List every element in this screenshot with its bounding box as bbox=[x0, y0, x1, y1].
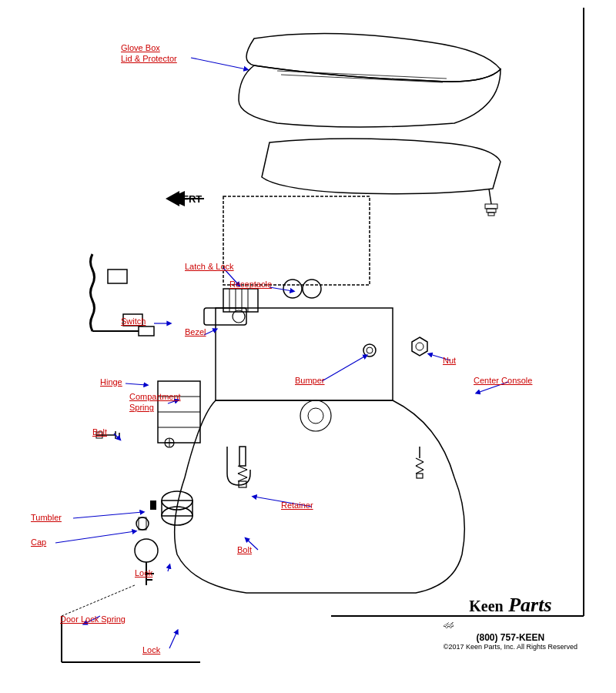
svg-line-50 bbox=[238, 470, 247, 474]
label-compartment-spring: CompartmentSpring bbox=[129, 391, 181, 413]
label-glove-box-lid: Glove Boxglove-box-lidLid & Protector bbox=[121, 42, 177, 65]
svg-point-29 bbox=[136, 517, 149, 530]
svg-rect-5 bbox=[485, 204, 497, 209]
logo-copyright: ©2017 Keen Parts, Inc. All Rights Reserv… bbox=[444, 643, 578, 651]
label-bolt-top: Bolt bbox=[92, 427, 107, 437]
diagram-container: FRT Glove Boxglove-box-lidLid & Protecto… bbox=[0, 0, 616, 693]
svg-rect-59 bbox=[417, 474, 423, 478]
svg-rect-31 bbox=[108, 270, 127, 283]
frt-label: FRT bbox=[182, 193, 202, 205]
svg-line-3 bbox=[281, 75, 443, 82]
svg-line-57 bbox=[416, 466, 424, 470]
label-bolt-bottom: Bolt bbox=[237, 545, 252, 554]
label-lock-top: Lock bbox=[135, 568, 152, 578]
svg-rect-8 bbox=[223, 196, 370, 285]
svg-rect-48 bbox=[239, 447, 246, 466]
svg-point-41 bbox=[303, 280, 321, 298]
svg-line-74 bbox=[114, 434, 119, 439]
label-tumbler: Tumbler bbox=[31, 513, 62, 522]
label-bezel: Bezel bbox=[185, 327, 206, 336]
logo-brand: Keen Parts bbox=[444, 594, 578, 617]
svg-rect-6 bbox=[487, 209, 496, 213]
svg-line-80 bbox=[168, 566, 169, 571]
label-bumper: Bumper bbox=[295, 376, 325, 385]
frt-direction: FRT bbox=[166, 191, 202, 206]
diagram-svg bbox=[0, 0, 616, 693]
svg-point-44 bbox=[363, 344, 376, 357]
label-door-lock-spring: Door Lock Spring bbox=[60, 614, 126, 624]
svg-point-13 bbox=[308, 408, 323, 424]
svg-point-24 bbox=[135, 539, 158, 562]
svg-point-40 bbox=[283, 280, 302, 298]
label-switch: Switch bbox=[121, 316, 146, 326]
svg-line-78 bbox=[73, 512, 142, 518]
svg-marker-46 bbox=[412, 337, 427, 356]
svg-line-55 bbox=[416, 458, 424, 462]
svg-point-47 bbox=[416, 343, 424, 350]
logo-area: Keen Parts 🏎 (800) 757-KEEN ©2017 Keen P… bbox=[444, 594, 578, 651]
label-nut: Nut bbox=[443, 356, 456, 365]
label-cap: Cap bbox=[31, 537, 46, 547]
svg-line-56 bbox=[416, 462, 424, 466]
svg-point-45 bbox=[367, 347, 373, 353]
label-lock-bottom: Lock bbox=[142, 645, 160, 654]
svg-line-4 bbox=[489, 189, 491, 204]
svg-rect-28 bbox=[150, 500, 156, 510]
svg-rect-34 bbox=[139, 326, 154, 336]
label-receptacle: Receptacle bbox=[229, 280, 272, 289]
svg-line-52 bbox=[238, 477, 247, 481]
svg-line-75 bbox=[322, 356, 366, 381]
svg-line-51 bbox=[238, 474, 247, 477]
label-latch-lock: Latch & Lock bbox=[185, 262, 234, 271]
svg-point-12 bbox=[300, 400, 331, 431]
svg-line-67 bbox=[191, 58, 246, 69]
frt-arrow-icon bbox=[166, 191, 179, 206]
svg-line-72 bbox=[126, 383, 146, 385]
label-hinge: Hinge bbox=[100, 377, 122, 387]
svg-line-84 bbox=[169, 631, 177, 648]
svg-rect-7 bbox=[488, 213, 494, 216]
label-center-console: Center Console bbox=[474, 376, 532, 385]
svg-rect-30 bbox=[139, 517, 146, 530]
svg-line-66 bbox=[62, 585, 135, 616]
svg-line-79 bbox=[55, 531, 135, 543]
label-retainer: Retainer bbox=[281, 500, 313, 510]
logo-car-icon: 🏎 bbox=[444, 618, 454, 631]
svg-line-70 bbox=[270, 287, 293, 291]
logo-phone: (800) 757-KEEN bbox=[444, 632, 578, 643]
svg-line-58 bbox=[416, 470, 424, 474]
